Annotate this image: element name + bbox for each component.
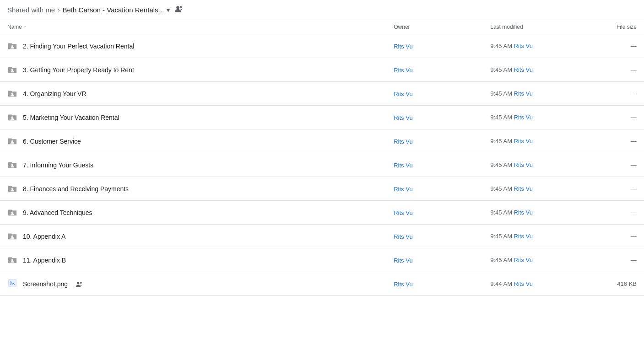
sort-arrow-icon: ↑	[24, 24, 27, 30]
breadcrumb-dropdown-button[interactable]: ▾	[167, 6, 170, 14]
owner-link[interactable]: Rits Vu	[394, 43, 412, 50]
modified-by-link[interactable]: Rits Vu	[514, 114, 533, 121]
table-row[interactable]: 6. Customer ServiceRits Vu9:45 AM Rits V…	[0, 129, 644, 153]
modified-by-link[interactable]: Rits Vu	[514, 233, 533, 240]
filesize-cell: —	[579, 58, 644, 82]
owner-link[interactable]: Rits Vu	[394, 209, 412, 216]
column-owner[interactable]: Owner	[386, 20, 483, 34]
table-row[interactable]: 5. Marketing Your Vacation RentalRits Vu…	[0, 106, 644, 129]
svg-point-0	[176, 6, 179, 9]
owner-link[interactable]: Rits Vu	[394, 138, 412, 145]
owner-cell: Rits Vu	[386, 248, 483, 272]
svg-point-1	[180, 6, 182, 8]
table-row[interactable]: 4. Organizing Your VRRits Vu9:45 AM Rits…	[0, 82, 644, 106]
modified-by-link[interactable]: Rits Vu	[514, 257, 533, 263]
table-row[interactable]: 7. Informing Your GuestsRits Vu9:45 AM R…	[0, 153, 644, 177]
table-row[interactable]: 8. Finances and Receiving PaymentsRits V…	[0, 177, 644, 201]
file-name-cell: 6. Customer Service	[0, 129, 386, 153]
owner-cell: Rits Vu	[386, 58, 483, 82]
filesize-cell: —	[579, 153, 644, 177]
folder-shared-icon	[7, 112, 17, 123]
filesize-cell: —	[579, 129, 644, 153]
table-row[interactable]: 11. Appendix BRits Vu9:45 AM Rits Vu—	[0, 248, 644, 272]
breadcrumb: Shared with me › Beth Carson - Vacation …	[0, 0, 644, 20]
file-name-cell: 10. Appendix A	[0, 225, 386, 248]
folder-shared-icon	[7, 207, 17, 218]
owner-link[interactable]: Rits Vu	[394, 186, 412, 193]
owner-link[interactable]: Rits Vu	[394, 67, 412, 74]
owner-link[interactable]: Rits Vu	[394, 257, 412, 264]
folder-shared-icon	[7, 88, 17, 99]
table-row[interactable]: 2. Finding Your Perfect Vacation RentalR…	[0, 34, 644, 58]
modified-by-link[interactable]: Rits Vu	[514, 43, 533, 49]
folder-shared-icon	[7, 64, 17, 75]
filesize-cell: —	[579, 225, 644, 248]
svg-point-13	[10, 281, 11, 283]
owner-link[interactable]: Rits Vu	[394, 233, 412, 240]
file-name-text: 6. Customer Service	[23, 138, 81, 145]
modified-cell: 9:45 AM Rits Vu	[483, 82, 579, 106]
modified-cell: 9:44 AM Rits Vu	[483, 272, 579, 296]
svg-rect-12	[9, 279, 16, 287]
folder-shared-icon	[7, 231, 17, 241]
owner-link[interactable]: Rits Vu	[394, 281, 412, 288]
column-file-size[interactable]: File size	[579, 20, 644, 34]
owner-cell: Rits Vu	[386, 106, 483, 129]
file-name-cell: 7. Informing Your Guests	[0, 153, 386, 177]
file-name-text: 4. Organizing Your VR	[23, 90, 87, 97]
owner-cell: Rits Vu	[386, 129, 483, 153]
modified-cell: 9:45 AM Rits Vu	[483, 34, 579, 58]
modified-by-link[interactable]: Rits Vu	[514, 138, 533, 145]
table-row[interactable]: 10. Appendix ARits Vu9:45 AM Rits Vu—	[0, 225, 644, 248]
shared-icon	[73, 280, 83, 287]
owner-link[interactable]: Rits Vu	[394, 91, 412, 97]
folder-shared-icon	[7, 136, 17, 146]
owner-link[interactable]: Rits Vu	[394, 114, 412, 121]
breadcrumb-folder-name[interactable]: Beth Carson - Vacation Rentals...	[63, 6, 164, 14]
table-row[interactable]: 9. Advanced TechniquesRits Vu9:45 AM Rit…	[0, 201, 644, 225]
file-name-text: 9. Advanced Techniques	[23, 209, 92, 216]
file-name-cell: 11. Appendix B	[0, 248, 386, 272]
file-name-text: 8. Finances and Receiving Payments	[23, 185, 129, 193]
modified-by-link[interactable]: Rits Vu	[514, 161, 533, 168]
owner-cell: Rits Vu	[386, 201, 483, 225]
filesize-cell: —	[579, 248, 644, 272]
image-file-icon	[7, 279, 17, 289]
file-name-text: 5. Marketing Your Vacation Rental	[23, 114, 119, 121]
file-name-text: Screenshot.png	[23, 280, 68, 288]
modified-by-link[interactable]: Rits Vu	[514, 280, 533, 287]
table-header-row: Name ↑ Owner Last modified File size	[0, 20, 644, 34]
table-row[interactable]: 3. Getting Your Property Ready to RentRi…	[0, 58, 644, 82]
owner-link[interactable]: Rits Vu	[394, 162, 412, 169]
file-name-cell: 9. Advanced Techniques	[0, 201, 386, 225]
modified-cell: 9:45 AM Rits Vu	[483, 177, 579, 201]
owner-cell: Rits Vu	[386, 34, 483, 58]
owner-cell: Rits Vu	[386, 177, 483, 201]
modified-cell: 9:45 AM Rits Vu	[483, 106, 579, 129]
filesize-cell: —	[579, 82, 644, 106]
breadcrumb-shared-with-me[interactable]: Shared with me	[7, 6, 55, 14]
file-name-text: 3. Getting Your Property Ready to Rent	[23, 66, 134, 74]
folder-shared-icon	[7, 255, 17, 265]
owner-cell: Rits Vu	[386, 272, 483, 296]
file-name-text: 2. Finding Your Perfect Vacation Rental	[23, 43, 134, 50]
modified-by-link[interactable]: Rits Vu	[514, 209, 533, 216]
modified-cell: 9:45 AM Rits Vu	[483, 58, 579, 82]
modified-by-link[interactable]: Rits Vu	[514, 66, 533, 73]
file-name-cell: 4. Organizing Your VR	[0, 82, 386, 106]
file-name-text: 11. Appendix B	[23, 257, 66, 264]
owner-cell: Rits Vu	[386, 82, 483, 106]
owner-cell: Rits Vu	[386, 225, 483, 248]
modified-by-link[interactable]: Rits Vu	[514, 90, 533, 97]
modified-by-link[interactable]: Rits Vu	[514, 185, 533, 192]
folder-shared-icon	[7, 160, 17, 170]
column-name[interactable]: Name ↑	[0, 20, 232, 34]
filesize-cell: —	[579, 34, 644, 58]
breadcrumb-separator: ›	[58, 6, 60, 13]
column-last-modified[interactable]: Last modified	[483, 20, 579, 34]
table-row[interactable]: Screenshot.png Rits Vu9:44 AM Rits Vu416…	[0, 272, 644, 296]
modified-cell: 9:45 AM Rits Vu	[483, 201, 579, 225]
breadcrumb-people-icon[interactable]	[174, 5, 184, 15]
svg-point-15	[80, 282, 82, 284]
file-name-cell: Screenshot.png	[0, 272, 386, 296]
